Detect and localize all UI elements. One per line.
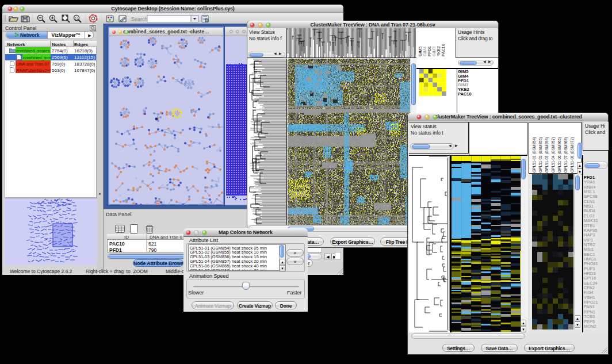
svg-text:Search:: Search: [131,16,149,22]
svg-text:1:1: 1:1 [74,17,79,20]
